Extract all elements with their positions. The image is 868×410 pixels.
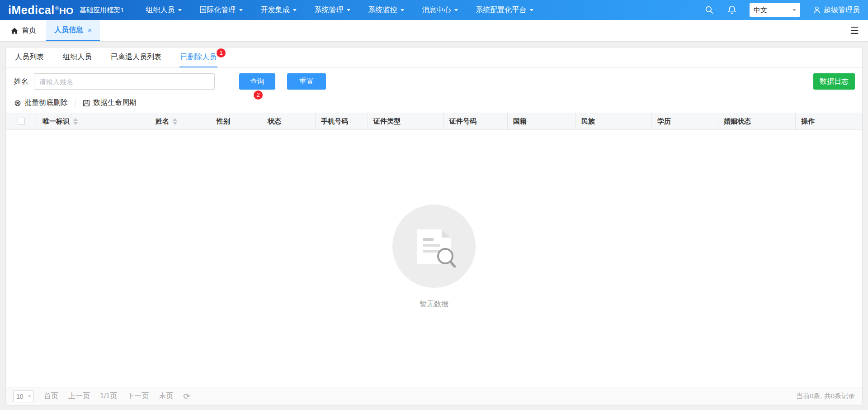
page-indicator: 1/1页 (100, 391, 117, 401)
menu-label: 系统配置化平台 (476, 5, 527, 15)
language-select[interactable]: 中文 (750, 3, 800, 17)
column-label: 唯一标识 (42, 117, 70, 126)
subtab-deleted-personnel[interactable]: 已删除人员 1 (179, 48, 217, 67)
batch-hard-delete-button[interactable]: ⊗ 批量彻底删除 (14, 98, 68, 108)
circle-x-icon: ⊗ (14, 99, 21, 107)
menu-config-platform[interactable]: 系统配置化平台 (476, 5, 533, 15)
close-icon[interactable]: × (88, 26, 92, 34)
user-name: 超级管理员 (824, 5, 860, 15)
chevron-down-icon (530, 9, 533, 11)
query-button[interactable]: 查询 (239, 73, 275, 90)
menu-dev-integration[interactable]: 开发集成 (261, 5, 297, 15)
column-nationality: 国籍 (508, 113, 576, 129)
toolbar-divider (75, 100, 75, 107)
menu-label: 系统管理 (315, 5, 344, 15)
column-id-type: 证件类型 (368, 113, 444, 129)
record-count-summary: 当前0条, 共0条记录 (796, 392, 855, 400)
menu-label: 消息中心 (422, 5, 451, 15)
language-value: 中文 (754, 6, 767, 14)
next-page-button[interactable]: 下一页 (127, 391, 149, 401)
filter-form: 姓名 查询 2 重置 数据日志 (14, 73, 855, 90)
menu-org-personnel[interactable]: 组织人员 (146, 5, 182, 15)
chevron-down-icon (178, 9, 182, 11)
logo-registered-mark: ® (55, 5, 59, 11)
menu-label: 国际化管理 (200, 5, 236, 15)
subtab-personnel-list[interactable]: 人员列表 (14, 48, 45, 67)
user-menu[interactable]: 超级管理员 (813, 5, 860, 15)
logo-suffix: HO (59, 5, 74, 16)
batch-hard-delete-label: 批量彻底删除 (24, 98, 68, 108)
column-label: 民族 (581, 117, 595, 126)
hamburger-menu-icon[interactable]: ☰ (841, 20, 868, 41)
first-page-button[interactable]: 首页 (44, 391, 58, 401)
column-education: 学历 (652, 113, 718, 129)
column-unique-id[interactable]: 唯一标识 (37, 113, 150, 129)
column-actions: 操作 (796, 113, 862, 129)
column-phone: 手机号码 (316, 113, 368, 129)
column-label: 手机号码 (321, 117, 348, 126)
page-size-value: 10 (16, 393, 24, 400)
chevron-down-icon (239, 9, 243, 11)
column-name[interactable]: 姓名 (150, 113, 211, 129)
column-id-number: 证件号码 (444, 113, 508, 129)
menu-system-monitor[interactable]: 系统监控 (368, 5, 404, 15)
table-body-empty-state: 暂无数据 (6, 130, 862, 387)
reset-button[interactable]: 重置 (287, 73, 326, 90)
subtab-retired-list[interactable]: 已离退人员列表 (110, 48, 162, 67)
name-field-label: 姓名 (14, 77, 28, 86)
menu-i18n-management[interactable]: 国际化管理 (200, 5, 243, 15)
subtab-org-personnel[interactable]: 组织人员 (62, 48, 93, 67)
last-page-button[interactable]: 末页 (159, 391, 173, 401)
subtab-label: 已删除人员 (180, 53, 217, 61)
pagination-bar: 10 首页 上一页 1/1页 下一页 末页 ⟳ 当前0条, 共0条记录 (6, 387, 862, 405)
menu-message-center[interactable]: 消息中心 (422, 5, 458, 15)
sort-icon[interactable] (73, 118, 78, 125)
page-size-select[interactable]: 10 (13, 390, 34, 402)
refresh-icon[interactable]: ⟳ (183, 392, 190, 400)
tab-personnel-info[interactable]: 人员信息 × (46, 20, 100, 41)
data-lifecycle-icon (83, 100, 90, 107)
chevron-down-icon (401, 9, 404, 11)
column-label: 性别 (217, 117, 230, 126)
data-log-button[interactable]: 数据日志 (813, 73, 855, 90)
column-label: 状态 (268, 117, 281, 126)
prev-page-button[interactable]: 上一页 (68, 391, 90, 401)
menu-label: 系统监控 (368, 5, 397, 15)
table-header-row: 唯一标识 姓名 性别 状态 手机号码 证件类型 证件号码 (6, 113, 862, 130)
app-logo: iMedical ® HO (8, 4, 73, 17)
home-icon (11, 27, 18, 34)
tab-label: 人员信息 (54, 25, 83, 35)
sort-icon[interactable] (173, 118, 177, 125)
page-content: 人员列表 组织人员 已离退人员列表 已删除人员 1 姓名 查询 2 重置 数据日… (0, 42, 868, 410)
annotation-badge-2: 2 (254, 91, 263, 100)
column-label: 证件号码 (449, 117, 476, 126)
column-marital-status: 婚姻状态 (718, 113, 796, 129)
empty-state-illustration (392, 205, 476, 288)
column-label: 国籍 (513, 117, 527, 126)
menu-system-management[interactable]: 系统管理 (315, 5, 350, 15)
window-tab-bar: 首页 人员信息 × ☰ (0, 20, 868, 42)
data-lifecycle-button[interactable]: 数据生命周期 (83, 98, 137, 108)
empty-state-text: 暂无数据 (420, 300, 448, 309)
top-navigation-bar: iMedical ® HO 基础应用框架1 组织人员 国际化管理 开发集成 系统… (0, 0, 868, 20)
tab-home[interactable]: 首页 (0, 20, 46, 41)
bell-icon[interactable] (727, 5, 737, 15)
select-all-checkbox[interactable] (18, 118, 25, 125)
personnel-panel: 人员列表 组织人员 已离退人员列表 已删除人员 1 姓名 查询 2 重置 数据日… (5, 47, 863, 405)
column-ethnicity: 民族 (576, 113, 652, 129)
main-menu: 组织人员 国际化管理 开发集成 系统管理 系统监控 消息中心 系统配置化平台 (146, 5, 533, 15)
tab-home-label: 首页 (22, 26, 36, 35)
search-icon[interactable] (704, 5, 714, 15)
query-button-wrap: 查询 2 (239, 73, 275, 90)
app-name: 基础应用框架1 (80, 6, 124, 14)
select-all-cell (6, 113, 37, 129)
menu-label: 开发集成 (261, 5, 290, 15)
table-toolbar: ⊗ 批量彻底删除 数据生命周期 (14, 98, 855, 108)
user-icon (813, 6, 821, 14)
subtab-label: 已离退人员列表 (111, 53, 161, 61)
empty-document-search-icon (400, 212, 468, 280)
subtab-label: 人员列表 (15, 53, 44, 61)
name-input[interactable] (34, 73, 215, 90)
column-label: 证件类型 (373, 117, 401, 126)
column-label: 操作 (801, 117, 815, 126)
